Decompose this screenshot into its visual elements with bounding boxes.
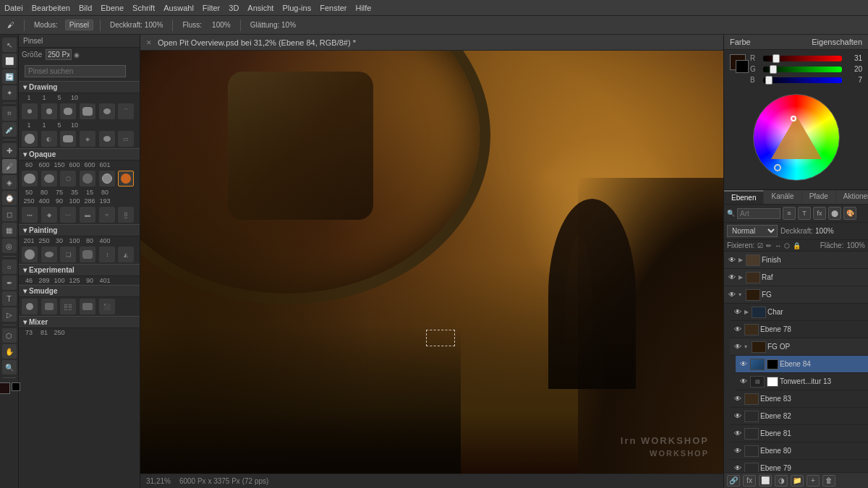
layer-expand-char[interactable]: ▶ [744, 309, 750, 315]
brush-d12[interactable]: ▭ [118, 131, 134, 147]
tool-lasso[interactable]: 🔄 [2, 69, 17, 84]
brush-o8[interactable]: ◆ [41, 207, 57, 223]
layer-ebene79[interactable]: 👁 Ebene 79 [730, 460, 868, 472]
brush-p1[interactable] [22, 247, 38, 262]
layer-group-btn[interactable]: 📁 [791, 475, 804, 487]
layer-vis-ebene83[interactable]: 👁 [733, 394, 743, 404]
tool-preset[interactable]: 🖌 [4, 20, 17, 30]
brush-o12[interactable]: ⣿ [118, 207, 134, 223]
layer-ebene82[interactable]: 👁 Ebene 82 [730, 408, 868, 425]
layer-color-btn[interactable]: 🎨 [843, 207, 856, 220]
layer-fg[interactable]: 👁 ▾ FG [724, 286, 868, 304]
layer-ebene84[interactable]: 👁 Ebene 84 [736, 356, 868, 373]
brush-o3[interactable]: ⬡ [60, 171, 76, 187]
tool-path-select[interactable]: ▷ [2, 307, 17, 322]
brush-d1[interactable] [22, 103, 38, 119]
menu-filter[interactable]: Filter [203, 4, 220, 12]
fill-value[interactable]: 100% [846, 241, 865, 249]
layer-tonwert[interactable]: 👁 ▤ Tonwert...itur 13 [736, 373, 868, 390]
brush-size-input[interactable] [46, 49, 72, 60]
brush-search[interactable] [25, 65, 126, 77]
layer-ebene78[interactable]: 👁 Ebene 78 [730, 321, 868, 338]
layer-ebene81[interactable]: 👁 Ebene 81 [730, 425, 868, 442]
section-smudge[interactable]: ▾ Smudge [19, 285, 140, 297]
tool-magic-wand[interactable]: ✦ [2, 85, 17, 100]
brush-o7[interactable]: ▪▪▪ [22, 207, 38, 223]
brush-d6[interactable]: ⌒ [118, 103, 134, 119]
menu-datei[interactable]: Datei [4, 4, 23, 12]
bg-swatch[interactable] [736, 60, 749, 73]
tool-select-rect[interactable]: ⬜ [2, 53, 17, 68]
layer-mask-btn[interactable]: ⬜ [759, 475, 772, 487]
brush-d5[interactable] [99, 103, 115, 119]
section-experimental[interactable]: ▾ Experimental [19, 264, 140, 276]
brush-d3[interactable] [60, 103, 76, 119]
layer-effect-btn[interactable]: fx [813, 207, 826, 220]
menu-bearbeiten[interactable]: Bearbeiten [32, 4, 70, 12]
brush-d9[interactable] [60, 131, 76, 147]
brush-o5[interactable] [99, 171, 115, 187]
layer-delete-btn[interactable]: 🗑 [822, 475, 835, 487]
layer-vis-fg[interactable]: 👁 [727, 290, 737, 300]
tool-brush[interactable]: 🖌 [2, 159, 17, 174]
background-color[interactable] [12, 382, 20, 391]
section-opaque[interactable]: ▾ Opaque [19, 148, 140, 160]
opacity-value[interactable]: 100% [815, 227, 837, 235]
layer-fg-op[interactable]: 👁 ▾ FG OP [730, 338, 868, 356]
layer-vis-finish[interactable]: 👁 [727, 255, 737, 265]
menu-bild[interactable]: Bild [79, 4, 92, 12]
layers-search-input[interactable] [737, 208, 780, 219]
section-drawing[interactable]: ▾ Drawing [19, 81, 140, 93]
tool-pen[interactable]: ✒ [2, 275, 17, 290]
brush-o2[interactable] [41, 171, 57, 187]
tool-move[interactable]: ↖ [2, 38, 17, 52]
slider-b-track[interactable] [763, 77, 842, 83]
tab-aktionen[interactable]: Aktionen [836, 190, 868, 204]
layer-vis-ebene81[interactable]: 👁 [733, 429, 743, 439]
brush-d8[interactable]: ◐ [41, 131, 57, 147]
slider-g-thumb[interactable] [770, 65, 777, 74]
layer-attr-btn[interactable]: ⬤ [828, 207, 841, 220]
brush-p6[interactable]: ◭ [118, 247, 134, 262]
menu-plugins[interactable]: Plug-ins [282, 4, 311, 12]
brush-d10[interactable]: ◈ [80, 131, 95, 147]
layer-adj-btn[interactable]: ◑ [775, 475, 788, 487]
layer-expand-fg[interactable]: ▾ [739, 291, 744, 298]
tool-gradient[interactable]: ▦ [2, 223, 17, 237]
layer-expand-fg-op[interactable]: ▾ [744, 343, 750, 350]
layer-kind-btn[interactable]: ≡ [783, 207, 796, 220]
brush-p2[interactable] [41, 247, 57, 262]
tab-pfade[interactable]: Pfade [802, 190, 836, 204]
slider-g-track[interactable] [763, 67, 842, 72]
flow-value[interactable]: 100% [209, 20, 234, 30]
menu-schrift[interactable]: Schrift [132, 4, 155, 12]
lock-move-icon[interactable]: ↔ [775, 242, 781, 249]
tool-clone[interactable]: ◈ [2, 175, 17, 189]
color-wheel[interactable] [753, 94, 840, 181]
layer-vis-fg-op[interactable]: 👁 [733, 342, 743, 352]
layer-vis-ebene84[interactable]: 👁 [739, 359, 749, 369]
tool-eyedropper[interactable]: 💉 [2, 122, 17, 137]
layer-expand-raf[interactable]: ▶ [739, 274, 744, 281]
layer-raf[interactable]: 👁 ▶ Raf [724, 269, 868, 286]
brush-s3[interactable]: ⣿⣿ [60, 299, 76, 314]
menu-ebene[interactable]: Ebene [101, 4, 124, 12]
lock-artboard-icon[interactable]: ⬡ [784, 242, 790, 249]
menu-hilfe[interactable]: Hilfe [355, 4, 371, 12]
menu-ansicht[interactable]: Ansicht [247, 4, 273, 12]
lock-all-icon[interactable]: 🔒 [793, 242, 801, 249]
brush-p4[interactable] [80, 247, 95, 262]
layer-vis-ebene80[interactable]: 👁 [733, 446, 743, 456]
tool-heal[interactable]: ✚ [2, 143, 17, 158]
mode-select[interactable]: Pinsel [65, 20, 93, 30]
foreground-color[interactable] [0, 382, 10, 394]
brush-o4[interactable] [80, 171, 95, 187]
menu-auswahl[interactable]: Auswahl [163, 4, 194, 12]
layer-ebene80[interactable]: 👁 Ebene 80 [730, 442, 868, 460]
tool-shape[interactable]: ⬡ [2, 328, 17, 343]
layer-vis-ebene78[interactable]: 👁 [733, 325, 743, 335]
layer-filter-btn[interactable]: T [798, 207, 811, 220]
tab-ebenen[interactable]: Ebenen [724, 190, 764, 204]
tool-blur[interactable]: ◎ [2, 239, 17, 253]
layer-ebene83[interactable]: 👁 Ebene 83 [730, 390, 868, 408]
